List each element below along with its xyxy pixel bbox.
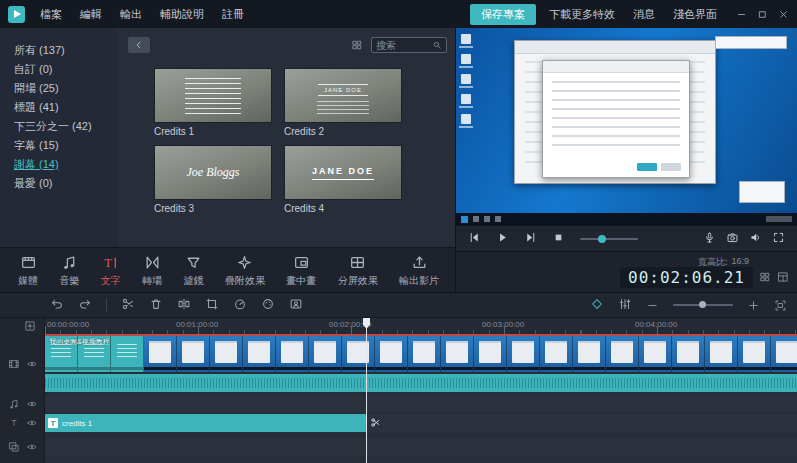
timeline-tool-button[interactable] [205, 297, 219, 313]
track-type-icon [8, 398, 20, 410]
mode-tab[interactable]: 疊附效果 [225, 254, 265, 292]
video-clip[interactable]: 我的桌面&视频教程 [45, 336, 797, 372]
mode-label: 畫中畫 [286, 274, 316, 288]
transport-icon [496, 231, 509, 244]
sidebar-item[interactable]: 自訂 (0) [14, 60, 118, 79]
track-header [0, 438, 45, 456]
zoom-in-icon[interactable] [747, 299, 760, 312]
timeline-tool-button[interactable] [149, 297, 163, 313]
timeline-toolbar [0, 292, 797, 318]
text-clip[interactable]: T credits 1 [45, 414, 366, 432]
transport-button[interactable] [749, 231, 762, 246]
template-item[interactable]: Credits 1 [154, 68, 272, 137]
template-thumbnail[interactable]: Joe Bloggs [154, 145, 272, 200]
timeline-tool-button[interactable] [233, 297, 247, 313]
zoom-knob[interactable] [699, 301, 706, 308]
transport-button[interactable] [468, 231, 481, 246]
zoom-slider[interactable] [673, 304, 733, 306]
timeline-tool-button[interactable] [177, 297, 191, 313]
volume-knob[interactable] [598, 235, 606, 243]
template-item[interactable]: JANE DOE Credits 2 [284, 68, 402, 137]
template-name: Credits 1 [154, 126, 272, 137]
mode-icon [293, 254, 310, 271]
audio-clip[interactable] [45, 374, 797, 392]
eye-icon[interactable] [26, 398, 38, 410]
timeline-tool-button[interactable] [78, 297, 92, 313]
grid-view-icon[interactable] [351, 39, 363, 51]
mode-tab[interactable]: 音樂 [59, 254, 79, 292]
mode-icon [20, 254, 37, 271]
menu-item[interactable]: 編輯 [71, 0, 111, 28]
template-item[interactable]: Joe Bloggs Credits 3 [154, 145, 272, 214]
sidebar-item[interactable]: 標題 (41) [14, 98, 118, 117]
topbar-action[interactable]: 下載更多特效 [540, 7, 624, 22]
topbar-action[interactable]: 淺色界面 [664, 7, 726, 22]
mode-tab[interactable]: 濾鏡 [184, 254, 204, 292]
playhead[interactable] [366, 318, 367, 463]
transport-button[interactable] [524, 231, 537, 246]
split-scissors-icon[interactable] [370, 417, 381, 428]
add-track-icon[interactable] [24, 320, 36, 332]
zoom-out-icon[interactable] [646, 299, 659, 312]
timeline-tool-icon [177, 297, 191, 311]
transport-button[interactable] [726, 231, 739, 246]
sidebar-item[interactable]: 謝幕 (14) [14, 155, 118, 174]
template-library: Credits 1 JANE DOE Credits 2 Joe Bloggs [118, 28, 455, 247]
timeline-tool-button[interactable] [289, 297, 303, 313]
sidebar-item[interactable]: 字幕 (15) [14, 136, 118, 155]
search-box[interactable] [371, 37, 447, 53]
zoom-fit-icon[interactable] [774, 299, 787, 312]
mode-label: 輸出影片 [399, 274, 439, 288]
eye-icon[interactable] [26, 417, 38, 429]
close-icon[interactable] [778, 9, 789, 20]
ruler-label: 00:03:00:00 [482, 320, 524, 329]
template-item[interactable]: JANE DOE Credits 4 [284, 145, 402, 214]
timeline-tool-button[interactable] [50, 297, 64, 313]
mode-tab[interactable]: 畫中畫 [286, 254, 316, 292]
menu-item[interactable]: 註冊 [213, 0, 253, 28]
status-bar: 寬高比: 16:9 00:02:06.21 [456, 251, 797, 292]
status-icon[interactable] [759, 271, 771, 283]
timeline-tool-button[interactable] [261, 297, 275, 313]
mode-icon: T [102, 254, 119, 271]
sidebar-item[interactable]: 最愛 (0) [14, 174, 118, 193]
sidebar-item[interactable]: 下三分之一 (42) [14, 117, 118, 136]
mode-tab[interactable]: T 文字 [101, 254, 121, 292]
mode-tab[interactable]: 轉場 [142, 254, 162, 292]
maximize-icon[interactable] [757, 9, 768, 20]
status-icon[interactable] [777, 271, 789, 283]
minimize-icon[interactable] [736, 9, 747, 20]
edit-buttons [121, 297, 303, 313]
volume-slider[interactable] [580, 238, 638, 240]
mode-tab[interactable]: 媒體 [18, 254, 38, 292]
sidebar-item[interactable]: 開場 (25) [14, 79, 118, 98]
menu-item[interactable]: 檔案 [31, 0, 71, 28]
template-thumbnail[interactable]: JANE DOE [284, 145, 402, 200]
transport-button[interactable] [496, 231, 509, 246]
search-input[interactable] [376, 40, 429, 51]
eye-icon[interactable] [26, 358, 38, 370]
template-thumbnail[interactable]: JANE DOE [284, 68, 402, 123]
timeline-ruler[interactable]: 00:00:00:0000:01:00:0000:02:00:0000:03:0… [45, 318, 797, 334]
timeline-tool-icon [50, 297, 64, 311]
template-thumbnail[interactable] [154, 68, 272, 123]
menu-item[interactable]: 輔助說明 [151, 0, 213, 28]
library-header [128, 36, 447, 54]
mode-tab[interactable]: 分屏效果 [338, 254, 378, 292]
topbar-action[interactable]: 保存專案 [470, 4, 536, 25]
eye-icon[interactable] [26, 441, 38, 453]
back-button[interactable] [128, 37, 150, 53]
mode-tab[interactable]: 輸出影片 [399, 254, 439, 292]
transport-button[interactable] [703, 231, 716, 246]
timeline-tool-button[interactable] [618, 297, 632, 313]
transport-icon [772, 231, 785, 244]
sidebar-item[interactable]: 所有 (137) [14, 41, 118, 60]
menu-item[interactable]: 輸出 [111, 0, 151, 28]
topbar-action[interactable]: 消息 [624, 7, 664, 22]
timeline-tool-icon [289, 297, 303, 311]
timeline-tool-button[interactable] [590, 297, 604, 313]
transport-button[interactable] [772, 231, 785, 246]
mode-label: 濾鏡 [184, 274, 204, 288]
timeline-tool-button[interactable] [121, 297, 135, 313]
transport-button[interactable] [552, 231, 565, 246]
